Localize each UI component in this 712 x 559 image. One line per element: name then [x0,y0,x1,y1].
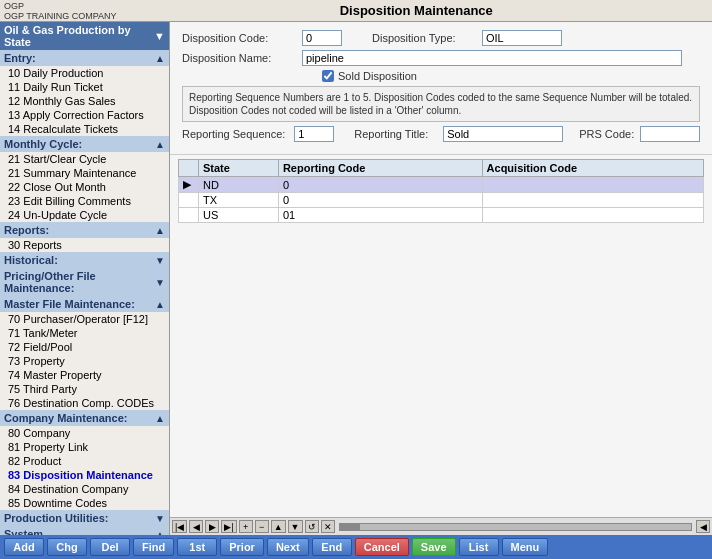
sidebar-item-82[interactable]: 82 Product [0,454,169,468]
sold-disposition-label: Sold Disposition [338,70,417,82]
cell-acquisition-code [482,177,703,193]
sidebar-item-75[interactable]: 75 Third Party [0,382,169,396]
cell-reporting-code: 0 [278,177,482,193]
sidebar-item-10[interactable]: 10 Daily Production [0,66,169,80]
collapse-icon-monthly: ▲ [155,139,165,150]
cell-state: TX [199,193,279,208]
row-arrow: ▶ [179,177,199,193]
nav-first-btn[interactable]: |◀ [172,520,187,533]
sidebar-item-11[interactable]: 11 Daily Run Ticket [0,80,169,94]
bottom-toolbar: Add Chg Del Find 1st Prior Next End Canc… [0,535,712,559]
reporting-title-label: Reporting Title: [354,128,443,140]
sidebar-item-21b[interactable]: 21 Summary Maintenance [0,166,169,180]
nav-up-btn[interactable]: ▲ [271,520,286,533]
scroll-track[interactable] [339,523,692,531]
sidebar-item-83[interactable]: 83 Disposition Maintenance [0,468,169,482]
collapse-icon-production: ▼ [155,513,165,524]
nav-sound-btn[interactable]: ◀ [696,520,710,533]
disposition-code-input[interactable] [302,30,342,46]
first-button[interactable]: 1st [177,538,217,556]
col-state: State [199,160,279,177]
sidebar-item-80[interactable]: 80 Company [0,426,169,440]
disposition-code-row: Disposition Code: Disposition Type: [182,30,700,46]
cell-state: US [199,208,279,223]
monthly-section-label: Monthly Cycle: [4,138,82,150]
sidebar-item-85[interactable]: 85 Downtime Codes [0,496,169,510]
nav-play-btn[interactable]: ▶ [205,520,219,533]
sidebar-item-84[interactable]: 84 Destination Company [0,482,169,496]
disposition-type-input[interactable] [482,30,562,46]
sidebar-item-73[interactable]: 73 Property [0,354,169,368]
production-section-label: Production Utilities: [4,512,109,524]
nav-add-btn[interactable]: + [239,520,253,533]
sidebar-item-72[interactable]: 72 Field/Pool [0,340,169,354]
end-button[interactable]: End [312,538,352,556]
sidebar-item-21a[interactable]: 21 Start/Clear Cycle [0,152,169,166]
nav-remove-btn[interactable]: − [255,520,269,533]
sidebar-item-71[interactable]: 71 Tank/Meter [0,326,169,340]
nav-refresh-btn[interactable]: ↺ [305,520,319,533]
sidebar-section-production[interactable]: Production Utilities: ▼ [0,510,169,526]
reporting-row: Reporting Sequence: Reporting Title: PRS… [182,126,700,142]
sidebar-section-reports[interactable]: Reports: ▲ [0,222,169,238]
sidebar-section-company[interactable]: Company Maintenance: ▲ [0,410,169,426]
info-text: Reporting Sequence Numbers are 1 to 5. D… [182,86,700,122]
reporting-sequence-input[interactable] [294,126,334,142]
collapse-icon-reports: ▲ [155,225,165,236]
table-row[interactable]: US 01 [179,208,704,223]
pricing-section-label: Pricing/Other File Maintenance: [4,270,155,294]
cell-reporting-code: 0 [278,193,482,208]
prior-button[interactable]: Prior [220,538,264,556]
cell-acquisition-code [482,208,703,223]
page-title: Disposition Maintenance [125,3,708,18]
menu-button[interactable]: Menu [502,538,549,556]
chg-button[interactable]: Chg [47,538,87,556]
sidebar-item-24[interactable]: 24 Un-Update Cycle [0,208,169,222]
nav-controls: |◀ ◀ ▶ ▶| + − ▲ ▼ ↺ ✕ [172,520,335,533]
sidebar-item-30[interactable]: 30 Reports [0,238,169,252]
nav-down-btn[interactable]: ▼ [288,520,303,533]
disposition-name-input[interactable] [302,50,682,66]
top-bar: OGP OGP TRAINING COMPANY Disposition Mai… [0,0,712,22]
prs-code-input[interactable] [640,126,700,142]
sold-disposition-checkbox[interactable] [322,70,334,82]
sidebar-item-12[interactable]: 12 Monthly Gas Sales [0,94,169,108]
sidebar-section-historical[interactable]: Historical: ▼ [0,252,169,268]
disposition-code-label: Disposition Code: [182,32,302,44]
main-container: OGP OGP TRAINING COMPANY Disposition Mai… [0,0,712,559]
sidebar-section-system[interactable]: System ▲ [0,526,169,535]
sidebar-item-14[interactable]: 14 Recalculate Tickets [0,122,169,136]
sidebar-item-22[interactable]: 22 Close Out Month [0,180,169,194]
next-button[interactable]: Next [267,538,309,556]
sidebar-section-master[interactable]: Master File Maintenance: ▲ [0,296,169,312]
module-dropdown[interactable]: Oil & Gas Production by State ▼ [0,22,169,50]
content-area: Oil & Gas Production by State ▼ Entry: ▲… [0,22,712,535]
reporting-title-input[interactable] [443,126,563,142]
main-panel: Disposition Code: Disposition Type: Disp… [170,22,712,535]
sidebar-item-81[interactable]: 81 Property Link [0,440,169,454]
table-row[interactable]: ▶ ND 0 [179,177,704,193]
nav-next-btn[interactable]: ▶| [221,520,236,533]
reports-section-label: Reports: [4,224,49,236]
nav-stop-btn[interactable]: ✕ [321,520,335,533]
table-row[interactable]: TX 0 [179,193,704,208]
sold-disposition-row: Sold Disposition [182,70,700,82]
sidebar-section-pricing[interactable]: Pricing/Other File Maintenance: ▼ [0,268,169,296]
del-button[interactable]: Del [90,538,130,556]
save-button[interactable]: Save [412,538,456,556]
company-section-label: Company Maintenance: [4,412,127,424]
sidebar-item-76[interactable]: 76 Destination Comp. CODEs [0,396,169,410]
add-button[interactable]: Add [4,538,44,556]
sidebar-section-entry[interactable]: Entry: ▲ [0,50,169,66]
sidebar-item-70[interactable]: 70 Purchaser/Operator [F12] [0,312,169,326]
find-button[interactable]: Find [133,538,174,556]
sidebar-section-monthly[interactable]: Monthly Cycle: ▲ [0,136,169,152]
sidebar-item-13[interactable]: 13 Apply Correction Factors [0,108,169,122]
master-section-label: Master File Maintenance: [4,298,135,310]
cancel-button[interactable]: Cancel [355,538,409,556]
sidebar-item-23[interactable]: 23 Edit Billing Comments [0,194,169,208]
nav-prev-btn[interactable]: ◀ [189,520,203,533]
list-button[interactable]: List [459,538,499,556]
collapse-icon: ▲ [155,53,165,64]
sidebar-item-74[interactable]: 74 Master Property [0,368,169,382]
